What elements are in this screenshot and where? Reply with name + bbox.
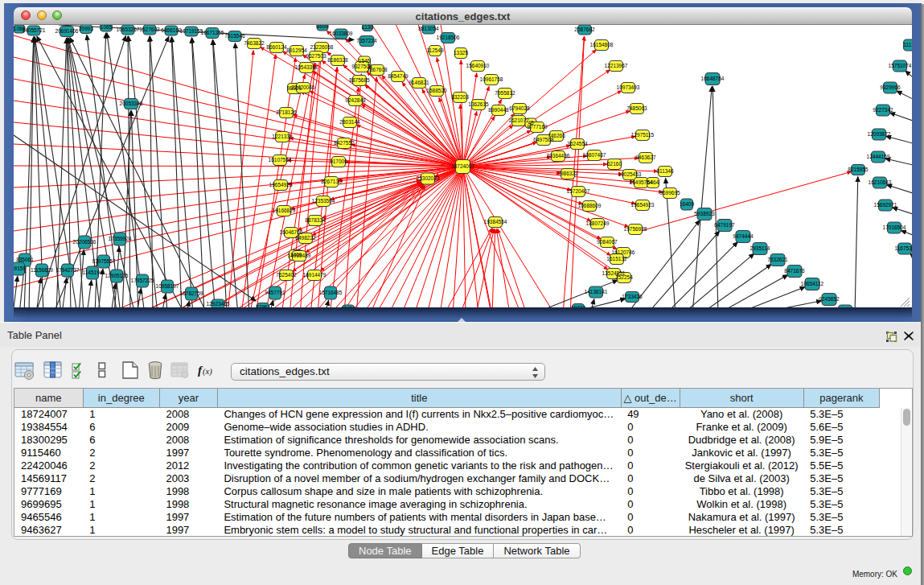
svg-text:917006: 917006	[330, 159, 347, 164]
svg-text:12923465: 12923465	[207, 301, 230, 307]
svg-text:6466160: 6466160	[161, 27, 182, 33]
svg-text:19166829: 19166829	[273, 208, 296, 213]
svg-text:5938923: 5938923	[694, 211, 715, 216]
svg-text:9227342: 9227342	[873, 107, 893, 113]
svg-text:9245652: 9245652	[819, 296, 840, 302]
svg-text:6794028: 6794028	[509, 105, 530, 111]
svg-text:832203: 832203	[451, 94, 469, 100]
svg-text:8186328: 8186328	[327, 57, 348, 63]
svg-text:16782759: 16782759	[180, 290, 203, 296]
svg-text:16046766: 16046766	[280, 229, 303, 235]
svg-text:10543392: 10543392	[295, 64, 318, 70]
svg-text:16671355: 16671355	[201, 30, 224, 35]
svg-text:1167533: 1167533	[895, 245, 912, 251]
svg-text:10688609: 10688609	[578, 203, 602, 208]
svg-text:9463627: 9463627	[635, 154, 656, 160]
svg-text:14055721: 14055721	[23, 27, 46, 33]
svg-text:252254: 252254	[615, 274, 633, 280]
svg-text:15640910: 15640910	[466, 63, 490, 68]
svg-text:1546: 1546	[359, 58, 371, 64]
svg-text:2803144: 2803144	[339, 119, 360, 125]
svg-text:9699695: 9699695	[659, 190, 680, 196]
svg-text:16033809: 16033809	[330, 31, 353, 36]
svg-text:12213967: 12213967	[605, 63, 628, 68]
svg-text:19654923: 19654923	[631, 202, 655, 208]
svg-text:6479197: 6479197	[714, 222, 735, 228]
svg-text:17359924: 17359924	[109, 236, 132, 241]
svg-text:13325: 13325	[454, 50, 468, 56]
svg-text:112549: 112549	[426, 47, 444, 53]
svg-text:18807249: 18807249	[586, 220, 610, 226]
svg-text:16154808: 16154808	[590, 42, 614, 47]
svg-text:6464: 6464	[647, 179, 659, 185]
svg-text:8215955: 8215955	[848, 167, 869, 172]
svg-text:15716485: 15716485	[319, 290, 343, 295]
svg-text:1621072: 1621072	[508, 117, 529, 123]
svg-text:15751074: 15751074	[889, 63, 912, 68]
svg-text:7357224: 7357224	[356, 38, 377, 43]
svg-text:8660124: 8660124	[266, 44, 287, 50]
svg-text:16210643: 16210643	[869, 179, 892, 185]
svg-text:12975115: 12975115	[631, 132, 655, 138]
svg-text:9327503: 9327503	[306, 53, 326, 59]
svg-text:9146821: 9146821	[409, 80, 429, 85]
svg-text:1145194: 1145194	[83, 270, 103, 275]
svg-text:12353594: 12353594	[312, 198, 335, 204]
svg-text:2718126: 2718126	[276, 109, 297, 115]
svg-text:8875685: 8875685	[349, 77, 370, 83]
svg-text:23302023: 23302023	[417, 175, 440, 181]
svg-text:19654925: 19654925	[269, 182, 293, 187]
svg-text:1615132: 1615132	[606, 256, 627, 262]
svg-text:10807487: 10807487	[583, 152, 606, 158]
svg-text:8471676: 8471676	[784, 268, 805, 274]
svg-text:12905135: 12905135	[105, 273, 129, 278]
svg-text:17942737: 17942737	[56, 267, 80, 273]
svg-text:7986322: 7986322	[557, 171, 578, 176]
svg-text:1362615: 1362615	[468, 101, 489, 107]
svg-text:7632621: 7632621	[767, 257, 788, 262]
svg-text:10958107: 10958107	[156, 283, 179, 289]
svg-text:1588520: 1588520	[426, 88, 447, 93]
svg-text:17957225: 17957225	[131, 278, 154, 283]
svg-text:7625402: 7625402	[276, 272, 297, 278]
svg-text:10653267: 10653267	[117, 27, 140, 32]
svg-text:9474444: 9474444	[733, 233, 754, 239]
svg-text:16107554: 16107554	[269, 157, 292, 163]
svg-text:8699: 8699	[317, 25, 329, 29]
svg-text:16648764: 16648764	[701, 76, 725, 81]
svg-text:8813054: 8813054	[418, 26, 439, 31]
svg-text:6498222: 6498222	[295, 235, 316, 241]
svg-text:3624554: 3624554	[567, 141, 588, 146]
svg-text:16914479: 16914479	[303, 272, 326, 278]
svg-text:10025453: 10025453	[618, 171, 642, 177]
svg-text:19756928: 19756928	[624, 226, 647, 232]
svg-text:10961758: 10961758	[480, 76, 503, 82]
svg-text:19218506: 19218506	[437, 35, 460, 40]
svg-text:8990448: 8990448	[488, 107, 509, 113]
svg-text:2087682: 2087682	[574, 27, 595, 32]
svg-text:22420046: 22420046	[292, 84, 315, 90]
svg-text:7463822: 7463822	[244, 40, 265, 46]
svg-text:9777169: 9777169	[527, 124, 548, 130]
svg-text:12444159: 12444159	[867, 154, 890, 159]
svg-text:1065: 1065	[101, 25, 113, 30]
svg-text:14136141: 14136141	[585, 289, 608, 295]
svg-text:2867608: 2867608	[367, 67, 388, 72]
svg-text:(x): (x)	[203, 367, 212, 377]
svg-text:20206536: 20206536	[73, 239, 97, 245]
svg-text:16409: 16409	[680, 201, 694, 207]
svg-text:20053346: 20053346	[120, 101, 143, 106]
svg-text:18724007: 18724007	[451, 163, 474, 169]
svg-text:16120746: 16120746	[612, 249, 635, 255]
svg-text:19384554: 19384554	[484, 219, 507, 225]
svg-text:1733426: 1733426	[622, 294, 643, 299]
svg-text:10654112: 10654112	[801, 281, 824, 286]
svg-text:311346: 311346	[656, 168, 674, 174]
svg-text:8454749: 8454749	[388, 73, 409, 79]
svg-text:8912954: 8912954	[286, 47, 307, 53]
svg-text:7515546: 7515546	[224, 33, 245, 39]
svg-text:15720407: 15720407	[567, 188, 590, 194]
svg-text:8878334: 8878334	[305, 217, 326, 223]
svg-text:9329966: 9329966	[880, 84, 901, 90]
svg-text:11156829: 11156829	[31, 267, 53, 273]
